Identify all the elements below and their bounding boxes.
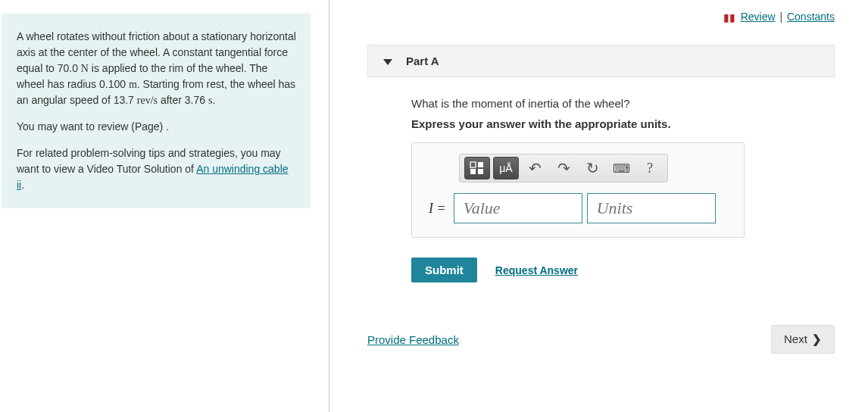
review-link[interactable]: Review xyxy=(741,11,776,23)
answer-box: μÅ ↶ ↷ ↻ ⌨ ? I = xyxy=(411,142,745,238)
next-label: Next xyxy=(784,332,807,345)
problem-panel: A wheel rotates without friction about a… xyxy=(0,0,329,412)
caret-down-icon xyxy=(383,55,392,67)
units-input[interactable] xyxy=(587,193,716,223)
text: . xyxy=(21,179,24,191)
svg-marker-0 xyxy=(383,59,392,65)
problem-paragraph-2: You may want to review (Page) . xyxy=(17,119,297,135)
part-title: Part A xyxy=(406,55,439,67)
value-input[interactable] xyxy=(454,193,582,223)
undo-button[interactable]: ↶ xyxy=(522,157,548,179)
input-row: I = xyxy=(426,193,730,223)
top-links: ▮▮ Review | Constants xyxy=(367,11,835,23)
text: . xyxy=(212,94,215,106)
redo-button[interactable]: ↷ xyxy=(551,157,576,179)
answer-panel: ▮▮ Review | Constants Part A What is the… xyxy=(329,0,868,412)
chevron-right-icon: ❯ xyxy=(812,332,822,345)
bottom-row: Provide Feedback Next ❯ xyxy=(367,325,835,354)
unit-meter: m xyxy=(129,79,137,90)
keyboard-button[interactable]: ⌨ xyxy=(608,157,634,179)
svg-rect-2 xyxy=(478,162,483,167)
problem-paragraph-3: For related problem-solving tips and str… xyxy=(17,145,297,193)
divider: | xyxy=(779,11,785,23)
problem-box: A wheel rotates without friction about a… xyxy=(2,14,311,208)
part-header[interactable]: Part A xyxy=(367,45,835,77)
provide-feedback-link[interactable]: Provide Feedback xyxy=(367,333,459,346)
svg-rect-1 xyxy=(470,162,476,167)
constants-link[interactable]: Constants xyxy=(787,11,835,23)
question-text: What is the moment of inertia of the whe… xyxy=(411,97,827,110)
book-icon: ▮▮ xyxy=(723,11,735,23)
help-button[interactable]: ? xyxy=(637,157,663,179)
text: after 3.76 xyxy=(158,94,208,106)
reset-button[interactable]: ↻ xyxy=(579,157,605,179)
request-answer-link[interactable]: Request Answer xyxy=(495,264,578,276)
instruction-text: Express your answer with the appropriate… xyxy=(411,117,827,130)
svg-rect-3 xyxy=(470,169,476,174)
submit-button[interactable]: Submit xyxy=(411,258,477,282)
question-area: What is the moment of inertia of the whe… xyxy=(367,97,835,282)
answer-toolbar: μÅ ↶ ↷ ↻ ⌨ ? xyxy=(459,154,668,183)
templates-button[interactable] xyxy=(464,157,490,179)
variable-label: I = xyxy=(429,201,446,217)
submit-row: Submit Request Answer xyxy=(411,258,827,282)
unit-revs: rev/s xyxy=(137,95,158,106)
problem-paragraph-1: A wheel rotates without friction about a… xyxy=(17,29,297,108)
next-button[interactable]: Next ❯ xyxy=(771,325,835,354)
unit-newton: N xyxy=(81,63,89,74)
greek-button[interactable]: μÅ xyxy=(493,157,519,179)
svg-rect-4 xyxy=(478,169,483,174)
